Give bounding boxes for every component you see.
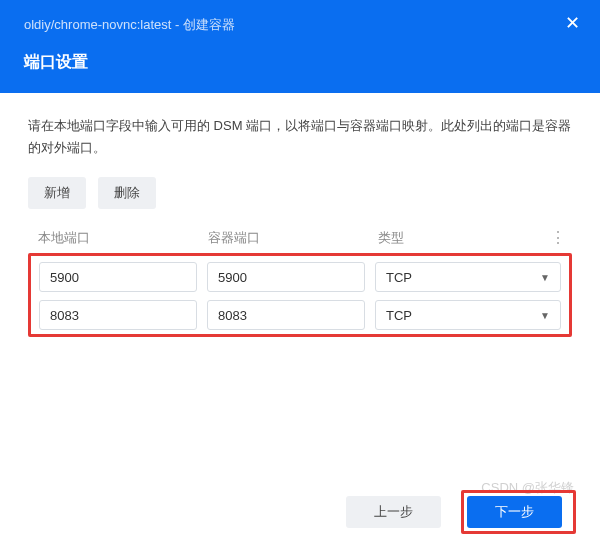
close-icon[interactable]: ✕ — [565, 14, 580, 32]
port-table-highlight: TCP ▼ TCP ▼ — [28, 253, 572, 337]
local-port-input[interactable] — [39, 262, 197, 292]
dialog-subtitle: 端口设置 — [24, 52, 576, 73]
col-local-port: 本地端口 — [38, 229, 208, 247]
dialog-header: oldiy/chrome-novnc:latest - 创建容器 端口设置 ✕ — [0, 0, 600, 93]
type-select-value: TCP — [386, 308, 412, 323]
local-port-input[interactable] — [39, 300, 197, 330]
col-container-port: 容器端口 — [208, 229, 378, 247]
type-select-value: TCP — [386, 270, 412, 285]
next-button[interactable]: 下一步 — [467, 496, 562, 528]
dialog-body: 请在本地端口字段中输入可用的 DSM 端口，以将端口与容器端口映射。此处列出的端… — [0, 93, 600, 337]
next-button-highlight: 下一步 — [461, 490, 576, 534]
table-header: 本地端口 容器端口 类型 ⋮ — [28, 223, 572, 253]
type-select[interactable]: TCP ▼ — [375, 262, 561, 292]
kebab-menu-icon[interactable]: ⋮ — [550, 230, 566, 246]
container-port-input[interactable] — [207, 300, 365, 330]
dialog-title: oldiy/chrome-novnc:latest - 创建容器 — [24, 16, 576, 34]
chevron-down-icon: ▼ — [540, 272, 550, 283]
type-select[interactable]: TCP ▼ — [375, 300, 561, 330]
table-row: TCP ▼ — [39, 262, 561, 292]
container-port-input[interactable] — [207, 262, 365, 292]
action-bar: 新增 删除 — [28, 177, 572, 209]
delete-button[interactable]: 删除 — [98, 177, 156, 209]
prev-button[interactable]: 上一步 — [346, 496, 441, 528]
table-row: TCP ▼ — [39, 300, 561, 330]
col-type: 类型 — [378, 229, 550, 247]
dialog-footer: 上一步 下一步 — [346, 490, 576, 534]
chevron-down-icon: ▼ — [540, 310, 550, 321]
add-button[interactable]: 新增 — [28, 177, 86, 209]
description-text: 请在本地端口字段中输入可用的 DSM 端口，以将端口与容器端口映射。此处列出的端… — [28, 115, 572, 159]
